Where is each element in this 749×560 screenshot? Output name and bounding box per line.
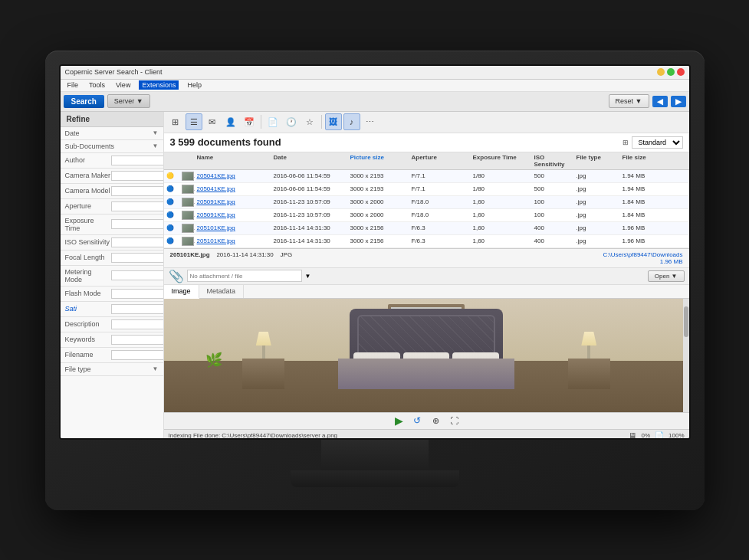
menu-file[interactable]: File bbox=[65, 81, 81, 89]
filter-author: Author | bbox=[61, 153, 163, 169]
fullscreen-icon[interactable]: ⛶ bbox=[447, 414, 461, 427]
row-aperture: F/6.3 bbox=[409, 223, 471, 233]
row-filesize: 1.94 MB bbox=[620, 171, 689, 181]
filter-iso-input[interactable] bbox=[111, 237, 164, 247]
filter-camera-maker-input[interactable] bbox=[111, 171, 164, 181]
col-iso[interactable]: ISO Sensitivity bbox=[532, 154, 574, 168]
attachment-input[interactable] bbox=[187, 270, 302, 282]
reset-button[interactable]: Reset ▼ bbox=[609, 94, 649, 108]
row-exposure: 1,60 bbox=[471, 236, 532, 246]
app-toolbar: Search Server ▼ Reset ▼ ◀ ▶ bbox=[61, 92, 689, 112]
col-exposure[interactable]: Exposure Time bbox=[471, 154, 532, 168]
grid-view-toggle[interactable]: ⊞ bbox=[623, 139, 629, 146]
row-filesize: 1.96 MB bbox=[620, 236, 689, 246]
calendar-icon[interactable]: 📅 bbox=[241, 113, 258, 130]
row-name[interactable]: 205101KE.jpg bbox=[195, 223, 271, 233]
table-row[interactable]: 🔵 205101KE.jpg 2016-11-14 14:31:30 3000 … bbox=[164, 235, 689, 248]
table-row[interactable]: 🔵 205101KE.jpg 2016-11-14 14:31:30 3000 … bbox=[164, 222, 689, 235]
close-button[interactable] bbox=[677, 68, 685, 76]
document-icon[interactable]: 📄 bbox=[264, 113, 281, 130]
refresh-icon[interactable]: ↺ bbox=[410, 414, 424, 427]
file-list: Name Date Picture size Aperture Exposure… bbox=[164, 152, 689, 248]
filter-sati-input[interactable] bbox=[111, 304, 164, 314]
row-thumb bbox=[179, 170, 195, 182]
col-size[interactable]: Picture size bbox=[348, 154, 409, 168]
more-icon[interactable]: ⋯ bbox=[362, 113, 379, 130]
row-aperture: F/7.1 bbox=[409, 184, 471, 194]
email-icon[interactable]: ✉ bbox=[204, 113, 221, 130]
col-date[interactable]: Date bbox=[271, 154, 348, 168]
filter-flash-input[interactable] bbox=[111, 289, 164, 299]
grid-view-icon[interactable]: ⊞ bbox=[167, 113, 184, 130]
col-name[interactable]: Name bbox=[195, 154, 271, 168]
filter-metering-input[interactable] bbox=[111, 270, 164, 280]
menu-view[interactable]: View bbox=[113, 81, 133, 89]
filter-focal-input[interactable] bbox=[111, 253, 164, 263]
menu-tools[interactable]: Tools bbox=[87, 81, 107, 89]
menu-extensions[interactable]: Extensions bbox=[139, 80, 179, 90]
lamp-right bbox=[581, 332, 596, 359]
filter-filetype-arrow[interactable]: ▼ bbox=[153, 365, 159, 372]
row-iso: 400 bbox=[532, 236, 574, 246]
row-name[interactable]: 205091KE.jpg bbox=[195, 197, 271, 207]
forward-button[interactable]: ▶ bbox=[671, 96, 686, 107]
lamp-left bbox=[256, 332, 271, 359]
preview-scrollbar[interactable] bbox=[683, 299, 689, 412]
filter-camera-maker: Camera Maker bbox=[61, 169, 163, 184]
lamp-base-left bbox=[262, 345, 265, 359]
filter-exposure-input[interactable] bbox=[111, 219, 164, 229]
zoom-fit-icon[interactable]: ⊕ bbox=[429, 414, 442, 427]
status-zoom: 100% bbox=[669, 432, 684, 439]
table-row[interactable]: 🔵 205091KE.jpg 2016-11-23 10:57:09 3000 … bbox=[164, 196, 689, 209]
open-button[interactable]: Open ▼ bbox=[648, 270, 685, 282]
filter-filetype: File type ▼ bbox=[61, 363, 163, 376]
col-aperture[interactable]: Aperture bbox=[409, 154, 471, 168]
lamp-base-right bbox=[587, 345, 590, 359]
menu-help[interactable]: Help bbox=[185, 81, 204, 89]
search-button[interactable]: Search bbox=[64, 95, 104, 108]
tab-image[interactable]: Image bbox=[164, 285, 199, 299]
minimize-button[interactable] bbox=[657, 68, 665, 76]
server-button[interactable]: Server ▼ bbox=[107, 94, 150, 108]
play-icon[interactable]: ▶ bbox=[392, 414, 406, 427]
col-filesize[interactable]: File size bbox=[620, 154, 689, 168]
row-date: 2016-11-14 14:31:30 bbox=[271, 236, 348, 246]
filter-filename-input[interactable] bbox=[111, 350, 164, 360]
person-icon[interactable]: 👤 bbox=[222, 113, 239, 130]
view-dropdown[interactable]: Standard bbox=[632, 136, 683, 149]
tab-metadata[interactable]: Metadata bbox=[199, 285, 245, 298]
filter-keywords-input[interactable] bbox=[111, 335, 164, 345]
filter-author-input[interactable] bbox=[111, 156, 164, 165]
filter-description-input[interactable] bbox=[111, 319, 164, 329]
star-icon[interactable]: ☆ bbox=[301, 113, 318, 130]
row-filetype: .jpg bbox=[574, 210, 620, 220]
filter-aperture-input[interactable] bbox=[111, 201, 164, 211]
sidebar: Refine Date ▼ Sub-Documents ▼ Author | C… bbox=[61, 112, 164, 440]
row-name[interactable]: 205041KE.jpg bbox=[195, 171, 271, 181]
scrollbar-thumb[interactable] bbox=[684, 306, 688, 337]
music-icon[interactable]: ♪ bbox=[343, 113, 360, 130]
filter-date-arrow[interactable]: ▼ bbox=[153, 129, 159, 136]
table-row[interactable]: 🟡 205041KE.jpg 2016-06-06 11:54:59 3000 … bbox=[164, 170, 689, 183]
row-filetype: .jpg bbox=[574, 236, 620, 246]
table-row[interactable]: 🔵 205041KE.jpg 2016-06-06 11:54:59 3000 … bbox=[164, 183, 689, 196]
table-row[interactable]: 🔵 205091KE.jpg 2016-11-23 10:57:09 3000 … bbox=[164, 209, 689, 222]
row-name[interactable]: 205101KE.jpg bbox=[195, 236, 271, 246]
maximize-button[interactable] bbox=[667, 68, 675, 76]
monitor-stand-neck bbox=[321, 440, 429, 470]
row-date: 2016-11-23 10:57:09 bbox=[271, 210, 348, 220]
dropdown-arrow-icon[interactable]: ▼ bbox=[305, 273, 311, 280]
filter-subdocs-arrow[interactable]: ▼ bbox=[153, 142, 159, 149]
row-name[interactable]: 205041KE.jpg bbox=[195, 184, 271, 194]
list-view-icon[interactable]: ☰ bbox=[186, 113, 202, 130]
row-name[interactable]: 205091KE.jpg bbox=[195, 210, 271, 220]
filter-camera-model-input[interactable] bbox=[111, 186, 164, 196]
history-icon[interactable]: 🕐 bbox=[283, 113, 300, 130]
photo-icon[interactable]: 🖼 bbox=[325, 113, 342, 130]
col-filetype[interactable]: File type bbox=[574, 154, 620, 168]
back-button[interactable]: ◀ bbox=[652, 96, 668, 107]
filter-keywords: Keywords bbox=[61, 332, 163, 348]
file-list-header: Name Date Picture size Aperture Exposure… bbox=[164, 152, 689, 170]
nightstand-left bbox=[242, 359, 284, 389]
row-filesize: 1.96 MB bbox=[620, 223, 689, 233]
